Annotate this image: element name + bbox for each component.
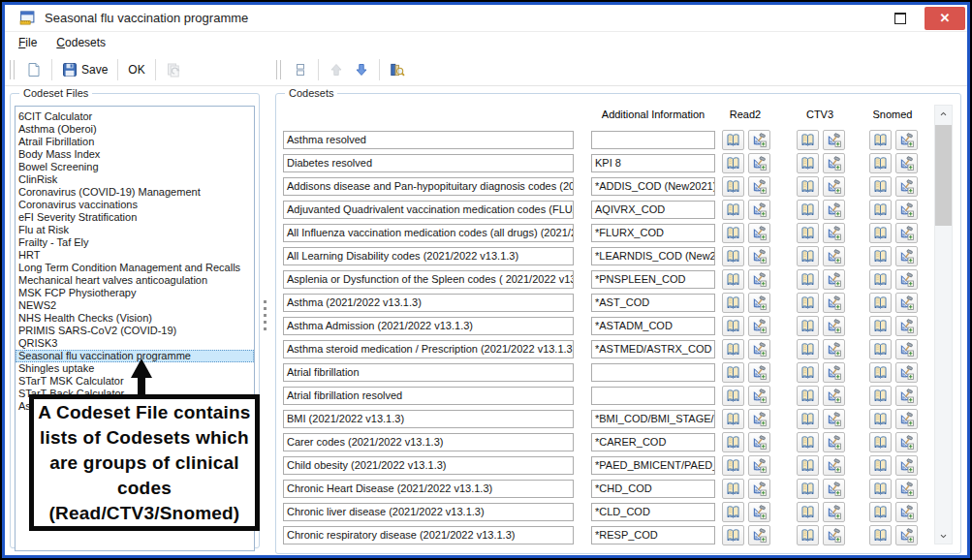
- snomed-view-button[interactable]: [869, 525, 892, 545]
- ctv3-view-button[interactable]: [797, 339, 819, 359]
- codeset-file-item[interactable]: Mechanical heart valves anticoagulation: [16, 274, 254, 287]
- codeset-file-item[interactable]: Coronavirus vaccinations: [16, 199, 254, 211]
- read2-build-button[interactable]: [748, 432, 770, 452]
- additional-info-box[interactable]: *CLD_COD: [591, 503, 715, 521]
- snomed-view-button[interactable]: [869, 455, 892, 476]
- codeset-file-item[interactable]: Coronavirus (COVID-19) Management: [16, 186, 254, 199]
- scroll-up-button[interactable]: [935, 106, 952, 121]
- read2-build-button[interactable]: [748, 316, 770, 336]
- snomed-view-button[interactable]: [869, 176, 892, 197]
- codeset-name-box[interactable]: Addisons disease and Pan-hypopituitary d…: [283, 177, 574, 196]
- read2-build-button[interactable]: [748, 130, 770, 150]
- additional-info-box[interactable]: [591, 363, 715, 382]
- read2-view-button[interactable]: [722, 432, 744, 452]
- snomed-view-button[interactable]: [869, 293, 892, 313]
- read2-build-button[interactable]: [748, 223, 770, 243]
- snomed-build-button[interactable]: [895, 455, 918, 476]
- snomed-view-button[interactable]: [869, 153, 892, 173]
- codeset-file-item[interactable]: 6CIT Calculator: [16, 110, 254, 123]
- save-button[interactable]: Save: [57, 59, 112, 80]
- move-up-button[interactable]: [324, 59, 349, 80]
- snomed-build-button[interactable]: [895, 502, 918, 522]
- read2-build-button[interactable]: [748, 386, 770, 406]
- codeset-file-item[interactable]: ClinRisk: [16, 173, 254, 186]
- ctv3-build-button[interactable]: [823, 409, 845, 429]
- codeset-name-box[interactable]: Child obesity (2021/2022 v13.1.3): [283, 456, 574, 475]
- additional-info-box[interactable]: [591, 387, 715, 405]
- ctv3-build-button[interactable]: [823, 293, 845, 313]
- ctv3-view-button[interactable]: [797, 409, 819, 429]
- codeset-name-box[interactable]: Atrial fibrillation: [283, 363, 574, 382]
- codeset-name-box[interactable]: Asplenia or Dysfunction of the Spleen co…: [283, 270, 574, 289]
- ctv3-build-button[interactable]: [823, 362, 845, 383]
- snomed-view-button[interactable]: [869, 339, 892, 359]
- ctv3-view-button[interactable]: [797, 176, 819, 197]
- codeset-name-box[interactable]: Asthma resolved: [283, 131, 574, 149]
- additional-info-box[interactable]: *PNSPLEEN_COD: [591, 270, 715, 289]
- read2-view-button[interactable]: [722, 269, 744, 290]
- codeset-name-box[interactable]: All Learning Disability codes (2021/2022…: [283, 247, 574, 265]
- snomed-build-button[interactable]: [895, 293, 918, 313]
- snomed-build-button[interactable]: [895, 200, 918, 220]
- codeset-file-item[interactable]: HRT: [16, 249, 254, 262]
- ctv3-view-button[interactable]: [797, 432, 819, 452]
- ctv3-build-button[interactable]: [823, 502, 845, 522]
- ctv3-view-button[interactable]: [797, 293, 819, 313]
- read2-build-button[interactable]: [748, 153, 770, 173]
- codeset-name-box[interactable]: Atrial fibrillation resolved: [283, 387, 574, 405]
- move-down-button[interactable]: [349, 59, 374, 80]
- snomed-view-button[interactable]: [869, 316, 892, 336]
- codeset-name-box[interactable]: All Influenza vaccination medication cod…: [283, 224, 574, 242]
- additional-info-box[interactable]: *ASTADM_COD: [591, 317, 715, 335]
- ctv3-build-button[interactable]: [823, 432, 845, 452]
- scroll-down-button[interactable]: [935, 528, 952, 544]
- read2-build-button[interactable]: [748, 479, 770, 499]
- ctv3-view-button[interactable]: [797, 479, 819, 499]
- ctv3-view-button[interactable]: [797, 386, 819, 406]
- read2-build-button[interactable]: [748, 339, 770, 359]
- vertical-scrollbar[interactable]: [934, 105, 953, 544]
- ctv3-view-button[interactable]: [797, 316, 819, 336]
- additional-info-box[interactable]: *AST_COD: [591, 294, 715, 312]
- additional-info-box[interactable]: *ADDIS_COD (New2021): [591, 177, 715, 196]
- ctv3-view-button[interactable]: [797, 269, 819, 290]
- codeset-file-item[interactable]: Body Mass Index: [16, 148, 254, 161]
- ctv3-build-button[interactable]: [823, 386, 845, 406]
- read2-view-button[interactable]: [722, 386, 744, 406]
- snomed-build-button[interactable]: [895, 269, 918, 290]
- ctv3-view-button[interactable]: [797, 455, 819, 476]
- ctv3-view-button[interactable]: [797, 223, 819, 243]
- snomed-build-button[interactable]: [895, 479, 918, 499]
- snomed-view-button[interactable]: [869, 223, 892, 243]
- ctv3-build-button[interactable]: [823, 200, 845, 220]
- snomed-view-button[interactable]: [869, 479, 892, 499]
- ctv3-build-button[interactable]: [823, 130, 845, 150]
- codeset-name-box[interactable]: BMI (2021/2022 v13.1.3): [283, 410, 574, 428]
- codeset-file-item[interactable]: NEWS2: [16, 299, 254, 312]
- codeset-file-item[interactable]: Atrail Fibrillation: [16, 136, 254, 148]
- paste-button[interactable]: [161, 59, 186, 80]
- additional-info-box[interactable]: [591, 131, 715, 149]
- codeset-file-item[interactable]: NHS Health Checks (Vision): [16, 312, 254, 325]
- codeset-name-box[interactable]: Chronic liver disease (2021/2022 v13.1.3…: [283, 503, 574, 521]
- codeset-file-item[interactable]: eFI Severity Stratification: [16, 211, 254, 224]
- ctv3-build-button[interactable]: [823, 479, 845, 499]
- snomed-build-button[interactable]: [895, 153, 918, 173]
- codeset-name-box[interactable]: Asthma Admission (2021/2022 v13.1.3): [283, 317, 574, 335]
- snomed-build-button[interactable]: [895, 176, 918, 197]
- read2-build-button[interactable]: [748, 525, 770, 545]
- codeset-file-item[interactable]: Frailty - Taf Ely: [16, 236, 254, 249]
- read2-view-button[interactable]: [722, 502, 744, 522]
- read2-view-button[interactable]: [722, 130, 744, 150]
- codeset-file-item[interactable]: Bowel Screening: [16, 161, 254, 173]
- codeset-file-item[interactable]: Long Term Condition Management and Recal…: [16, 262, 254, 274]
- codeset-file-item[interactable]: Flu at Risk: [16, 224, 254, 236]
- read2-view-button[interactable]: [722, 223, 744, 243]
- codeset-file-item[interactable]: PRIMIS SARS-CoV2 (COVID-19): [16, 325, 254, 337]
- ok-button[interactable]: OK: [123, 60, 149, 79]
- additional-info-box[interactable]: *BMI_COD/BMI_STAGE/: [591, 410, 715, 428]
- read2-build-button[interactable]: [748, 269, 770, 290]
- ctv3-build-button[interactable]: [823, 246, 845, 266]
- read2-view-button[interactable]: [722, 362, 744, 383]
- snomed-build-button[interactable]: [895, 316, 918, 336]
